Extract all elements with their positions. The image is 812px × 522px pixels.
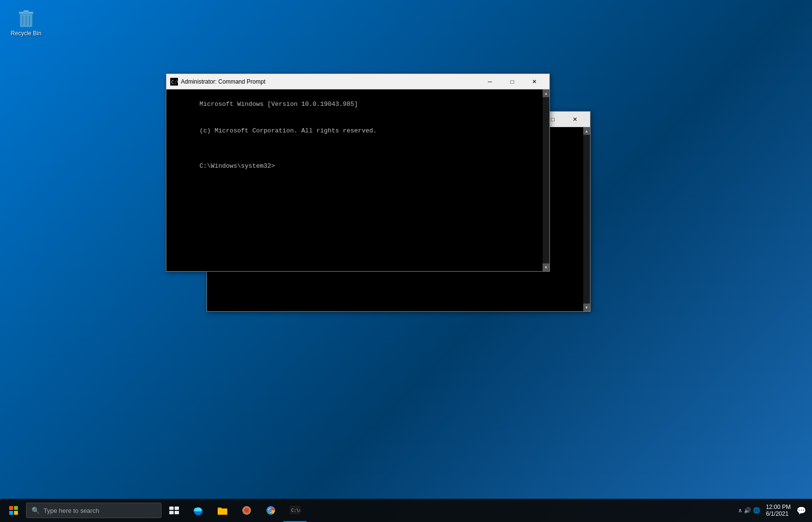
notification-center[interactable]: 💬: [797, 506, 806, 515]
task-view-button[interactable]: [162, 499, 186, 522]
desktop: Recycle Bin C:\ Administrator: Command P…: [0, 0, 812, 499]
svg-rect-15: [175, 507, 179, 510]
svg-text:C:\>: C:\>: [291, 508, 300, 513]
scrollbar-main[interactable]: ▲ ▼: [543, 89, 549, 271]
svg-rect-17: [175, 511, 179, 514]
clock[interactable]: 12:00 PM6/1/2021: [766, 504, 791, 517]
svg-rect-2: [23, 10, 29, 12]
minimize-button[interactable]: ─: [479, 74, 501, 89]
cmd-output: Microsoft Windows [Version 10.0.19043.98…: [169, 91, 546, 179]
scrollbar-track-main: [543, 97, 549, 263]
scrollbar-up-back[interactable]: ▲: [583, 127, 590, 135]
search-icon: 🔍: [31, 507, 40, 514]
svg-point-22: [244, 508, 249, 513]
svg-rect-19: [218, 508, 227, 515]
cmd-window-main[interactable]: C:\ Administrator: Command Prompt ─ □ ✕ …: [166, 73, 550, 272]
file-explorer-button[interactable]: [211, 499, 234, 522]
svg-text:C:\: C:\: [171, 80, 178, 85]
svg-rect-13: [14, 511, 18, 515]
taskbar: 🔍 Type here to search: [0, 499, 812, 522]
cmd-titlebar-main[interactable]: C:\ Administrator: Command Prompt ─ □ ✕: [166, 74, 549, 89]
scrollbar-track-back: [583, 135, 590, 304]
cmd-content-main[interactable]: Microsoft Windows [Version 10.0.19043.98…: [166, 89, 549, 271]
firefox-button[interactable]: [235, 499, 258, 522]
scrollbar-up-main[interactable]: ▲: [543, 89, 549, 97]
svg-rect-16: [169, 511, 174, 514]
recycle-bin-icon[interactable]: Recycle Bin: [9, 5, 44, 39]
close-button-back[interactable]: ✕: [564, 112, 586, 127]
chrome-button[interactable]: [259, 499, 282, 522]
maximize-button[interactable]: □: [501, 74, 523, 89]
cmd-title-main: Administrator: Command Prompt: [181, 78, 479, 85]
cmd-taskbar-button[interactable]: C:\>: [283, 499, 307, 522]
cmd-icon-main: C:\: [170, 78, 178, 86]
svg-rect-12: [9, 511, 13, 515]
svg-rect-14: [169, 507, 174, 510]
search-placeholder-text: Type here to search: [44, 507, 99, 514]
window-controls-main: ─ □ ✕: [479, 74, 546, 89]
svg-rect-10: [9, 506, 13, 510]
scrollbar-down-back[interactable]: ▼: [583, 304, 590, 311]
scrollbar-back[interactable]: ▲ ▼: [583, 127, 590, 311]
taskbar-search[interactable]: 🔍 Type here to search: [26, 503, 162, 518]
edge-button[interactable]: [187, 499, 210, 522]
recycle-bin-label: Recycle Bin: [11, 30, 41, 37]
scrollbar-down-main[interactable]: ▼: [543, 263, 549, 271]
start-button[interactable]: [2, 499, 25, 522]
system-tray: ∧ 🔊 🌐 12:00 PM6/1/2021 💬: [734, 499, 810, 522]
svg-rect-11: [14, 506, 18, 510]
close-button[interactable]: ✕: [523, 74, 546, 89]
systray-icons[interactable]: ∧ 🔊 🌐: [738, 507, 760, 514]
